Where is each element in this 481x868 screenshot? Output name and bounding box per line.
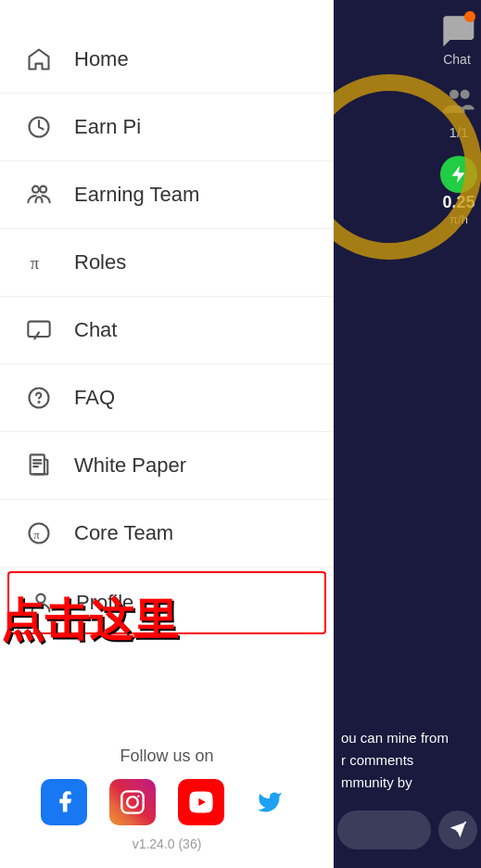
app-container: Home Earn Pi [0,0,481,868]
drawer-header [0,0,334,26]
chat-button[interactable]: Chat [437,9,477,67]
svg-point-15 [127,797,138,808]
nav-label-chat: Chat [74,318,117,342]
nav-label-core-team: Core Team [74,521,173,545]
nav-label-faq: FAQ [74,386,115,410]
svg-rect-4 [28,322,49,337]
youtube-button[interactable] [178,779,224,825]
message-input[interactable] [337,811,431,849]
svg-text:π: π [33,529,40,542]
earn-pi-icon [22,110,56,144]
chat-input-bar [337,811,477,849]
faq-icon [22,381,56,415]
navigation-drawer: Home Earn Pi [0,0,334,868]
svg-point-16 [137,795,139,797]
svg-point-18 [461,90,470,99]
nav-item-earn-pi[interactable]: Earn Pi [0,94,334,161]
nav-label-roles: Roles [74,250,126,274]
bottom-text-line1: ou can mine from [341,727,474,749]
roles-icon: π [22,246,56,279]
chat-icon [22,313,56,347]
home-icon [22,43,56,76]
nav-item-home[interactable]: Home [0,26,334,94]
earning-team-icon [22,178,56,211]
version-text: v1.24.0 (36) [0,836,334,861]
core-team-icon: π [22,517,56,550]
nav-label-white-paper: White Paper [74,453,186,478]
follow-section: Follow us on [0,732,334,868]
nav-label-earn-pi: Earn Pi [74,115,141,139]
nav-item-core-team[interactable]: π Core Team [0,500,334,568]
follow-title: Follow us on [0,747,334,766]
svg-text:π: π [31,253,40,273]
nav-label-earning-team: Earning Team [74,183,199,207]
svg-point-2 [40,186,46,193]
facebook-button[interactable] [41,779,87,825]
svg-point-1 [32,186,39,193]
chat-bubble-icon [437,9,477,50]
nav-item-white-paper[interactable]: White Paper [0,432,334,500]
instagram-button[interactable] [109,779,156,825]
nav-label-home: Home [74,47,129,71]
nav-item-faq[interactable]: FAQ [0,364,334,432]
right-panel: Chat 1/1 0.25 π/h [334,0,481,868]
svg-rect-7 [31,454,44,474]
svg-point-6 [38,402,39,402]
white-paper-icon [22,449,56,482]
bottom-text-area: ou can mine from r comments mmunity by [334,727,481,794]
nav-item-chat[interactable]: Chat [0,297,334,364]
social-icons-row [0,779,334,825]
twitter-button[interactable] [247,779,293,825]
bottom-text-line2: r comments [341,749,474,772]
chinese-annotation: 点击这里 [0,591,178,650]
chat-label: Chat [443,52,471,67]
bottom-text-line3: mmunity by [341,772,474,794]
chat-notification-dot [464,11,475,22]
nav-item-roles[interactable]: π Roles [0,229,334,297]
svg-rect-14 [121,791,143,812]
send-button[interactable] [438,811,477,849]
nav-item-earning-team[interactable]: Earning Team [0,161,334,229]
